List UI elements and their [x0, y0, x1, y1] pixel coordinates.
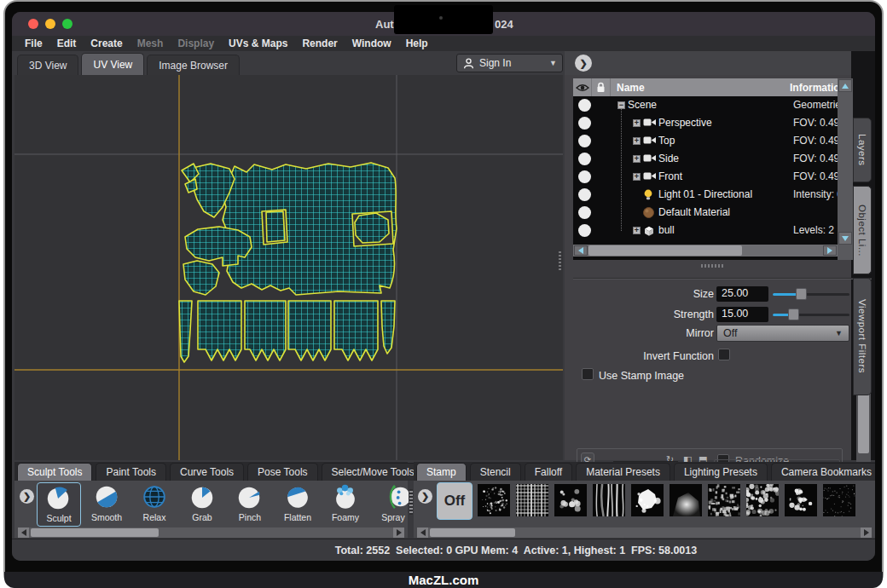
- visibility-toggle[interactable]: [578, 135, 591, 147]
- table-row[interactable]: Default Material: [573, 204, 838, 222]
- visibility-toggle[interactable]: [578, 153, 591, 165]
- stamp-speckle-sphere[interactable]: [478, 484, 510, 516]
- tool-grab[interactable]: Grab: [180, 482, 224, 527]
- tray-tab-stencil[interactable]: Stencil: [470, 463, 521, 481]
- tab-3d-view[interactable]: 3D View: [17, 55, 78, 75]
- tab-uv-view[interactable]: UV View: [81, 53, 144, 75]
- scroll-right-button[interactable]: [823, 245, 837, 256]
- slider-thumb[interactable]: [788, 308, 799, 320]
- tree-horizontal-scrollbar[interactable]: [573, 245, 838, 257]
- expand-toggle[interactable]: +: [633, 227, 641, 234]
- menu-display[interactable]: Display: [177, 37, 214, 49]
- stamp-vertical-streaks[interactable]: [593, 484, 625, 516]
- tray-expand-button[interactable]: ❯: [418, 489, 432, 504]
- scroll-right-button[interactable]: [393, 527, 404, 538]
- tool-smooth[interactable]: Smooth: [84, 482, 129, 527]
- stamp-splatter[interactable]: [785, 484, 817, 516]
- menu-mesh[interactable]: Mesh: [137, 37, 164, 49]
- strength-slider[interactable]: [773, 307, 849, 322]
- tray-tab-stamp[interactable]: Stamp: [416, 463, 467, 481]
- tree-vertical-scrollbar[interactable]: [838, 78, 853, 260]
- visibility-toggle[interactable]: [578, 170, 591, 183]
- stamp-grid-pattern[interactable]: [516, 484, 548, 516]
- expand-toggle[interactable]: +: [633, 137, 641, 145]
- tray-tab-lighting-presets[interactable]: Lighting Presets: [674, 463, 768, 481]
- visibility-toggle[interactable]: [578, 206, 591, 219]
- stamp-coarse-noise[interactable]: [708, 484, 740, 516]
- menu-render[interactable]: Render: [302, 37, 337, 49]
- column-information[interactable]: Information: [790, 82, 838, 94]
- panel-expand-button[interactable]: ❯: [575, 55, 592, 72]
- sign-in-button[interactable]: Sign In ▼: [456, 54, 563, 72]
- strength-value-field[interactable]: 15.00: [716, 307, 768, 322]
- table-row[interactable]: +FrontFOV: 0.49: [573, 168, 838, 186]
- stamp-tray-scrollbar[interactable]: [417, 527, 872, 538]
- scroll-down-button[interactable]: [838, 232, 852, 245]
- scrollbar-thumb[interactable]: [430, 528, 515, 537]
- menu-file[interactable]: File: [25, 37, 43, 49]
- expand-toggle[interactable]: +: [633, 173, 641, 181]
- side-tab-layers[interactable]: Layers: [853, 118, 872, 182]
- mirror-dropdown[interactable]: Off ▼: [716, 325, 849, 342]
- menu-uvs-maps[interactable]: UVs & Maps: [229, 37, 287, 49]
- menu-create[interactable]: Create: [90, 37, 122, 49]
- stamp-scatter-dots[interactable]: [554, 484, 587, 516]
- tray-tab-material-presets[interactable]: Material Presets: [576, 463, 670, 481]
- visibility-toggle[interactable]: [578, 224, 591, 237]
- tray-expand-button[interactable]: ❯: [20, 489, 34, 504]
- minimize-window-button[interactable]: [45, 19, 55, 29]
- scroll-left-button[interactable]: [18, 527, 29, 538]
- table-row[interactable]: +bullLevels: 2: [573, 222, 838, 239]
- tab-image-browser[interactable]: Image Browser: [147, 55, 240, 75]
- visibility-toggle[interactable]: [578, 99, 591, 112]
- table-row[interactable]: −SceneGeometries: [573, 96, 838, 114]
- side-tab-object-li-[interactable]: Object Li...: [853, 186, 872, 274]
- tool-sculpt[interactable]: Sculpt: [37, 482, 81, 527]
- tool-tray-scrollbar[interactable]: [18, 527, 404, 538]
- stamp-soft-gradient-blob[interactable]: [670, 484, 702, 516]
- table-row[interactable]: +TopFOV: 0.49: [573, 132, 838, 150]
- tray-tab-paint-tools[interactable]: Paint Tools: [96, 463, 165, 481]
- table-row[interactable]: Light 01 - DirectionalIntensity: 0.: [573, 186, 838, 204]
- scrollbar-thumb[interactable]: [31, 528, 159, 537]
- slider-thumb[interactable]: [796, 288, 807, 300]
- stamp-off-button[interactable]: Off: [437, 482, 472, 520]
- visibility-toggle[interactable]: [578, 117, 591, 130]
- stamp-fine-speckle[interactable]: [823, 484, 855, 516]
- scroll-left-button[interactable]: [574, 245, 588, 256]
- close-window-button[interactable]: [28, 19, 38, 29]
- menu-help[interactable]: Help: [406, 37, 428, 49]
- tray-splitter-handle[interactable]: [409, 489, 413, 515]
- table-row[interactable]: +SideFOV: 0.49: [573, 150, 838, 168]
- menu-edit[interactable]: Edit: [57, 37, 77, 49]
- tray-tab-select-move-tools[interactable]: Select/Move Tools: [322, 463, 425, 481]
- tool-pinch[interactable]: Pinch: [228, 482, 272, 527]
- stamp-mottled-noise[interactable]: [746, 484, 779, 516]
- side-tab-viewport-filters[interactable]: Viewport Filters: [853, 278, 872, 395]
- splitter-dots-handle[interactable]: [701, 264, 723, 268]
- expand-toggle[interactable]: +: [633, 119, 641, 127]
- tray-tab-sculpt-tools[interactable]: Sculpt Tools: [17, 463, 92, 481]
- tool-foamy[interactable]: Foamy: [323, 482, 368, 527]
- expand-toggle[interactable]: +: [633, 155, 641, 163]
- table-row[interactable]: +PerspectiveFOV: 0.49: [573, 114, 838, 132]
- tool-relax[interactable]: Relax: [132, 482, 177, 527]
- scroll-up-button[interactable]: [838, 79, 852, 92]
- uv-viewport[interactable]: [14, 75, 563, 460]
- scrollbar-thumb[interactable]: [588, 245, 742, 256]
- invert-function-checkbox[interactable]: [718, 349, 730, 360]
- use-stamp-image-checkbox[interactable]: [582, 368, 594, 380]
- tray-tab-falloff[interactable]: Falloff: [525, 463, 572, 481]
- visibility-toggle[interactable]: [578, 188, 591, 201]
- column-name[interactable]: Name: [611, 82, 790, 94]
- tool-flatten[interactable]: Flatten: [275, 482, 320, 527]
- size-slider[interactable]: [773, 286, 849, 302]
- panel-splitter-handle[interactable]: [559, 250, 561, 272]
- stamp-bright-blob[interactable]: [631, 484, 664, 516]
- scroll-left-button[interactable]: [417, 527, 428, 538]
- size-value-field[interactable]: 25.00: [716, 286, 768, 302]
- scroll-right-button[interactable]: [861, 527, 872, 538]
- tray-tab-pose-tools[interactable]: Pose Tools: [247, 463, 317, 481]
- zoom-window-button[interactable]: [62, 19, 72, 29]
- collapse-toggle[interactable]: −: [617, 101, 625, 109]
